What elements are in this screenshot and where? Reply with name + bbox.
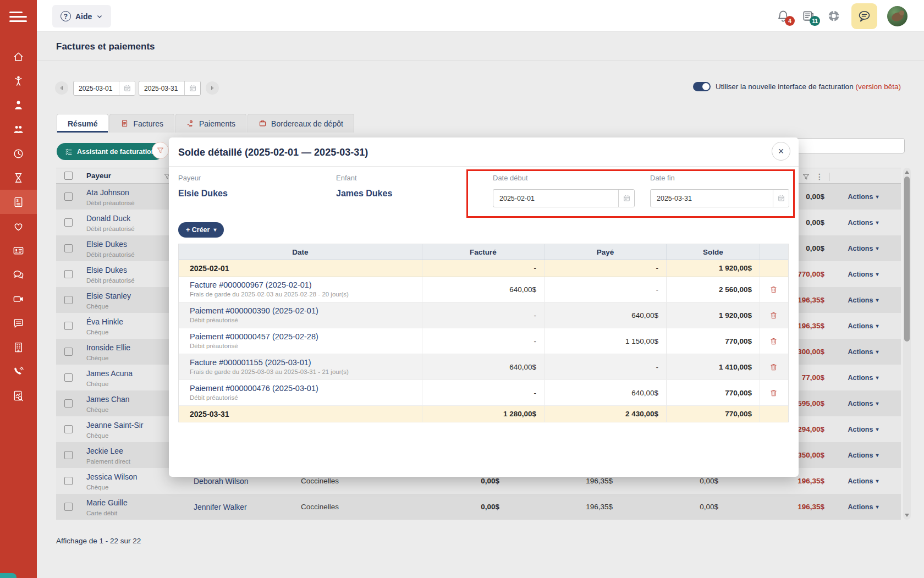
entry-link[interactable]: Facture #000000967 (2025-02-01) bbox=[190, 280, 422, 289]
row-actions-button[interactable]: Actions▾ bbox=[848, 219, 879, 227]
row-actions-button[interactable]: Actions▾ bbox=[848, 348, 879, 356]
sidebar-item-hourglass[interactable] bbox=[0, 166, 37, 190]
news-button[interactable]: 11 bbox=[801, 8, 816, 24]
tab-factures[interactable]: Factures bbox=[109, 114, 174, 133]
amount-3: 0,00$ bbox=[614, 503, 719, 511]
child-link[interactable]: James Dukes bbox=[336, 189, 392, 199]
calendar-icon[interactable] bbox=[184, 81, 200, 95]
row-checkbox[interactable] bbox=[64, 296, 73, 304]
sidebar-item-building[interactable] bbox=[0, 335, 37, 359]
row-actions-button[interactable]: Actions▾ bbox=[848, 503, 879, 511]
row-actions-button[interactable]: Actions▾ bbox=[848, 452, 879, 459]
notifications-button[interactable]: 4 bbox=[776, 8, 791, 24]
select-all-checkbox[interactable] bbox=[64, 172, 73, 180]
new-interface-toggle[interactable] bbox=[693, 82, 711, 91]
payer-cell[interactable]: Marie GuilleCarte débit bbox=[86, 498, 194, 516]
row-checkbox[interactable] bbox=[64, 503, 73, 511]
row-checkbox[interactable] bbox=[64, 192, 73, 201]
sidebar-item-video[interactable] bbox=[0, 287, 37, 311]
sidebar-item-home[interactable] bbox=[0, 45, 37, 69]
create-button[interactable]: + Créer ▾ bbox=[178, 222, 224, 238]
row-checkbox[interactable] bbox=[64, 322, 73, 330]
entry-link[interactable]: Paiement #000000476 (2025-03-01) bbox=[190, 384, 422, 393]
vertical-scrollbar[interactable] bbox=[903, 168, 911, 520]
paid-cell: 2 430,00$ bbox=[544, 406, 667, 422]
row-checkbox[interactable] bbox=[64, 270, 73, 278]
period-end-input[interactable] bbox=[139, 81, 184, 95]
row-checkbox[interactable] bbox=[64, 348, 73, 356]
delete-button[interactable] bbox=[768, 361, 780, 373]
row-actions-button[interactable]: Actions▾ bbox=[848, 271, 879, 278]
scrollbar-thumb[interactable] bbox=[904, 177, 910, 342]
entry-link[interactable]: Facture #000001155 (2025-03-01) bbox=[190, 358, 422, 367]
actions-label: Actions bbox=[848, 477, 873, 485]
calendar-icon[interactable] bbox=[773, 190, 789, 207]
row-checkbox[interactable] bbox=[64, 218, 73, 227]
calendar-icon[interactable] bbox=[119, 81, 135, 95]
support-button[interactable] bbox=[826, 8, 842, 24]
row-actions-button[interactable]: Actions▾ bbox=[848, 477, 879, 485]
calendar-icon[interactable] bbox=[618, 190, 634, 207]
delete-button[interactable] bbox=[768, 335, 780, 347]
sidebar-item-chat[interactable] bbox=[0, 262, 37, 287]
menu-icon[interactable] bbox=[9, 12, 27, 25]
entry-link[interactable]: Paiement #000000457 (2025-02-28) bbox=[190, 332, 422, 341]
kebab-menu-icon[interactable]: ⋮ bbox=[816, 172, 823, 181]
date-end-input[interactable] bbox=[651, 190, 773, 207]
chat-bubble-icon bbox=[857, 9, 872, 24]
prev-period-button[interactable] bbox=[55, 81, 68, 95]
row-actions-button[interactable]: Actions▾ bbox=[848, 322, 879, 330]
scroll-up-arrow[interactable] bbox=[905, 170, 909, 174]
row-checkbox[interactable] bbox=[64, 425, 73, 433]
col-balance: Solde bbox=[667, 244, 760, 260]
row-actions-button[interactable]: Actions▾ bbox=[848, 193, 879, 201]
row-actions-button[interactable]: Actions▾ bbox=[848, 426, 879, 433]
scroll-down-arrow[interactable] bbox=[905, 514, 909, 517]
row-checkbox[interactable] bbox=[64, 477, 73, 485]
funnel-icon[interactable] bbox=[802, 173, 810, 181]
sidebar-item-child[interactable] bbox=[0, 69, 37, 93]
sidebar-item-notes[interactable] bbox=[0, 311, 37, 335]
close-button[interactable]: × bbox=[772, 142, 790, 161]
amount-2: 196,35$ bbox=[501, 503, 614, 511]
payer-link[interactable]: Elsie Dukes bbox=[178, 189, 228, 199]
messages-button[interactable] bbox=[851, 3, 877, 29]
invoiced-cell: - bbox=[422, 302, 544, 328]
sidebar-item-educator[interactable] bbox=[0, 93, 37, 117]
sidebar-item-phone[interactable] bbox=[0, 359, 37, 383]
caret-down-icon: ▾ bbox=[876, 323, 878, 329]
caret-down-icon: ▾ bbox=[876, 375, 878, 381]
row-actions-button[interactable]: Actions▾ bbox=[848, 400, 879, 408]
tab-r-sum-[interactable]: Résumé bbox=[57, 114, 108, 133]
user-avatar[interactable] bbox=[887, 6, 908, 26]
entry-link[interactable]: Paiement #000000390 (2025-02-01) bbox=[190, 306, 422, 315]
filter-button[interactable] bbox=[152, 142, 169, 159]
sidebar-item-families[interactable] bbox=[0, 117, 37, 141]
child-cell[interactable]: Deborah Wilson bbox=[194, 477, 301, 486]
sidebar-item-report[interactable] bbox=[0, 383, 37, 408]
child-field-label: Enfant bbox=[336, 174, 357, 182]
row-actions-button[interactable]: Actions▾ bbox=[848, 296, 879, 304]
tab-paiements[interactable]: Paiements bbox=[175, 114, 246, 133]
row-checkbox[interactable] bbox=[64, 373, 73, 382]
delete-button[interactable] bbox=[768, 309, 780, 321]
delete-button[interactable] bbox=[768, 387, 780, 399]
date-start-input[interactable] bbox=[493, 190, 618, 207]
balance-cell: 770,00$ bbox=[667, 380, 760, 405]
delete-button[interactable] bbox=[768, 283, 780, 295]
sidebar-item-billing[interactable]: $ bbox=[0, 190, 37, 214]
row-checkbox[interactable] bbox=[64, 451, 73, 459]
help-button[interactable]: ? Aide bbox=[52, 5, 111, 27]
row-checkbox[interactable] bbox=[64, 244, 73, 252]
sidebar-item-id-card[interactable] bbox=[0, 238, 37, 262]
sidebar-item-heart[interactable] bbox=[0, 214, 37, 238]
row-actions-button[interactable]: Actions▾ bbox=[848, 245, 879, 252]
tab-bordereaux-de-d-p-t[interactable]: Bordereaux de dépôt bbox=[248, 114, 354, 133]
next-period-button[interactable] bbox=[206, 81, 219, 95]
row-actions-button[interactable]: Actions▾ bbox=[848, 374, 879, 382]
billing-assistant-button[interactable]: Assistant de facturation bbox=[57, 143, 163, 160]
child-cell[interactable]: Jennifer Walker bbox=[194, 503, 301, 511]
sidebar-item-clock[interactable] bbox=[0, 141, 37, 166]
row-checkbox[interactable] bbox=[64, 399, 73, 408]
period-start-input[interactable] bbox=[74, 81, 119, 95]
